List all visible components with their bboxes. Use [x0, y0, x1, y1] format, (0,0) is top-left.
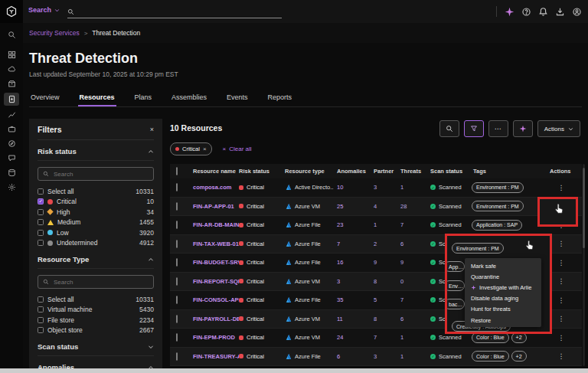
anomalies-count[interactable]: 10	[334, 184, 371, 191]
tab-events[interactable]: Events	[225, 90, 250, 106]
filter-option-file-store[interactable]: File store2234	[38, 315, 154, 326]
checkbox[interactable]	[38, 188, 44, 195]
resource-name-link[interactable]: FIN-REPORT-SQL	[185, 278, 239, 285]
resource-name-link[interactable]: FIN-EPM-PROD	[185, 334, 239, 341]
row-actions-menu-button[interactable]: ⋮	[548, 334, 582, 342]
table-more-button[interactable]: ⋯	[488, 120, 508, 137]
resource-name-link[interactable]: FIN-AP-APP-01	[185, 203, 239, 210]
tab-plans[interactable]: Plans	[133, 90, 154, 106]
column-header-partner[interactable]: Partner	[371, 168, 397, 175]
column-header-scan-status[interactable]: Scan status	[426, 168, 472, 175]
row-checkbox[interactable]	[170, 353, 185, 360]
filter-section-scan-status[interactable]: Scan status	[38, 342, 154, 356]
anomalies-count[interactable]: 11	[334, 316, 371, 322]
row-checkbox[interactable]	[170, 203, 185, 210]
row-actions-menu-button[interactable]: ⋮	[548, 259, 582, 267]
chart-icon[interactable]	[4, 109, 19, 120]
table-assistant-button[interactable]	[513, 120, 533, 137]
tag-chip[interactable]: Environment : PM	[472, 201, 524, 211]
resource-name-link[interactable]: FIN-BUDGET-SRV	[185, 259, 239, 266]
tag-chip[interactable]: Application : SAP	[472, 220, 522, 231]
row-checkbox[interactable]	[170, 296, 185, 303]
threats-count[interactable]: 28	[397, 203, 426, 210]
filter-search[interactable]	[38, 275, 154, 289]
anomalies-count[interactable]: 24	[334, 334, 371, 341]
help-icon[interactable]	[521, 7, 531, 17]
menu-item-disable-data-aging[interactable]: Disable data aging	[465, 293, 541, 304]
resource-name-link[interactable]: FIN-AR-DB-MAIN	[185, 221, 239, 228]
tab-overview[interactable]: Overview	[29, 90, 61, 106]
threats-count[interactable]: 1	[397, 334, 426, 341]
threats-count[interactable]: 1	[397, 353, 426, 360]
tab-resources[interactable]: Resources	[78, 90, 116, 106]
row-checkbox[interactable]	[170, 184, 185, 191]
filter-option-virtual-machine[interactable]: Virtual machine5430	[38, 305, 154, 316]
global-search-input[interactable]	[67, 6, 282, 18]
threats-count[interactable]: 1	[397, 184, 426, 191]
threats-count[interactable]: 6	[397, 316, 426, 322]
menu-item-quarantine[interactable]: Quarantine	[465, 271, 541, 282]
row-actions-menu-button[interactable]: ⋮	[548, 240, 582, 247]
threats-count[interactable]: 7	[397, 296, 426, 303]
partner-count[interactable]: 1	[371, 221, 397, 228]
tab-assemblies[interactable]: Assemblies	[170, 90, 208, 106]
resource-name-link[interactable]: composa.com	[185, 184, 239, 191]
table-filter-button[interactable]	[464, 120, 484, 137]
column-header-actions[interactable]: Actions	[548, 168, 582, 175]
checkbox[interactable]	[38, 306, 44, 312]
chevron-up-icon[interactable]	[148, 257, 154, 263]
anomalies-count[interactable]: 6	[334, 353, 371, 360]
partner-count[interactable]: 2	[371, 240, 397, 247]
close-icon[interactable]: ×	[150, 126, 154, 133]
filter-option-medium[interactable]: Medium1455	[38, 218, 154, 228]
partner-count[interactable]: 7	[371, 334, 397, 341]
tag-chip[interactable]: +2	[511, 351, 527, 362]
checkbox[interactable]	[38, 198, 44, 204]
partner-count[interactable]: 8	[371, 316, 397, 322]
threats-count[interactable]: 9	[397, 259, 426, 266]
database-icon[interactable]	[4, 167, 19, 178]
menu-item-investigate-with-arlie[interactable]: Investigate with Arlie	[465, 282, 541, 293]
archive-icon[interactable]	[4, 78, 19, 90]
partner-count[interactable]: 8	[371, 278, 397, 285]
chevron-down-icon[interactable]	[148, 344, 154, 350]
table-scrollbar-thumb[interactable]	[583, 168, 585, 248]
chat-icon[interactable]	[4, 152, 19, 164]
grid-icon[interactable]	[4, 49, 19, 61]
menu-item-hunt-for-threats[interactable]: Hunt for threats	[465, 304, 541, 315]
filter-option-critical[interactable]: Critical10	[38, 197, 154, 208]
filter-section-risk-status[interactable]: Risk status	[38, 147, 154, 161]
partner-count[interactable]: 3	[371, 184, 397, 191]
row-actions-menu-button[interactable]: ⋮	[548, 184, 582, 191]
filter-option-undetermined[interactable]: Undetermined4912	[38, 238, 154, 249]
clear-all-button[interactable]: × Clear all	[223, 146, 252, 152]
tag-chip[interactable]: Environment : PM	[472, 182, 524, 193]
filter-option-object-store[interactable]: Object store2667	[38, 326, 154, 336]
search-icon[interactable]	[4, 29, 19, 41]
anomalies-count[interactable]: 16	[334, 259, 371, 266]
row-actions-menu-button[interactable]: ⋮	[548, 277, 582, 285]
tag-chip[interactable]: Environment : PM	[452, 243, 504, 254]
filter-option-select-all[interactable]: Select all10331	[38, 294, 154, 305]
menu-item-restore[interactable]: Restore	[465, 315, 541, 326]
checkbox[interactable]	[38, 296, 44, 303]
filter-search[interactable]	[38, 167, 154, 181]
row-checkbox[interactable]	[170, 259, 185, 266]
column-header-tags[interactable]: Tags	[472, 168, 548, 175]
menu-item-mark-safe[interactable]: Mark safe	[465, 260, 541, 271]
resource-name-link[interactable]: FIN-PAYROLL-DB	[185, 316, 239, 322]
anomalies-count[interactable]: 25	[334, 203, 371, 210]
row-checkbox[interactable]	[170, 334, 185, 341]
checkbox[interactable]	[38, 230, 44, 236]
compass-icon[interactable]	[4, 138, 19, 149]
checkbox[interactable]	[38, 317, 44, 323]
anomalies-count[interactable]: 3	[334, 278, 371, 285]
resource-name-link[interactable]: FIN-TREASURY-APP	[185, 353, 239, 360]
row-checkbox[interactable]	[170, 316, 185, 322]
filter-option-select-all[interactable]: Select all10331	[38, 186, 154, 197]
shield-icon[interactable]	[4, 93, 19, 106]
account-icon[interactable]	[572, 7, 582, 17]
column-header-resource-type[interactable]: Resource type	[282, 168, 334, 175]
threats-count[interactable]: 7	[397, 221, 426, 228]
row-actions-menu-button[interactable]: ⋮	[548, 352, 582, 360]
